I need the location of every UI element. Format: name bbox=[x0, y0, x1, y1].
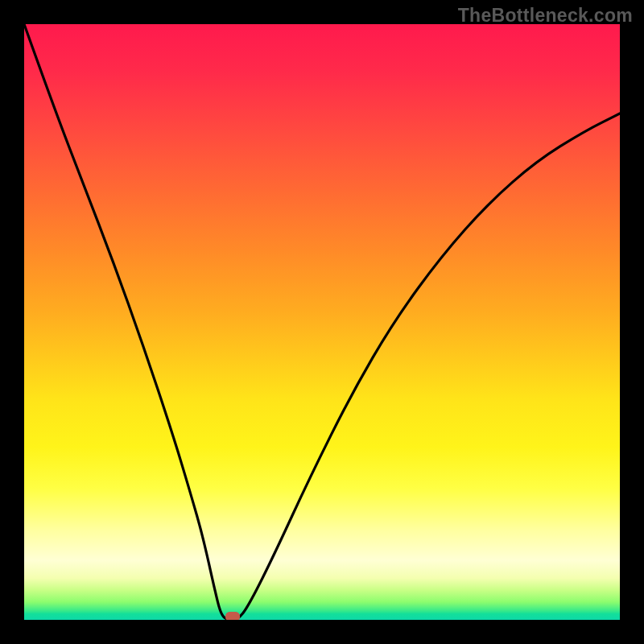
watermark-text: TheBottleneck.com bbox=[458, 5, 633, 27]
plot-area bbox=[24, 24, 620, 620]
curve-svg bbox=[24, 24, 620, 620]
chart-frame: TheBottleneck.com bbox=[0, 0, 644, 644]
bottleneck-curve bbox=[24, 24, 620, 620]
optimum-marker bbox=[225, 612, 240, 620]
